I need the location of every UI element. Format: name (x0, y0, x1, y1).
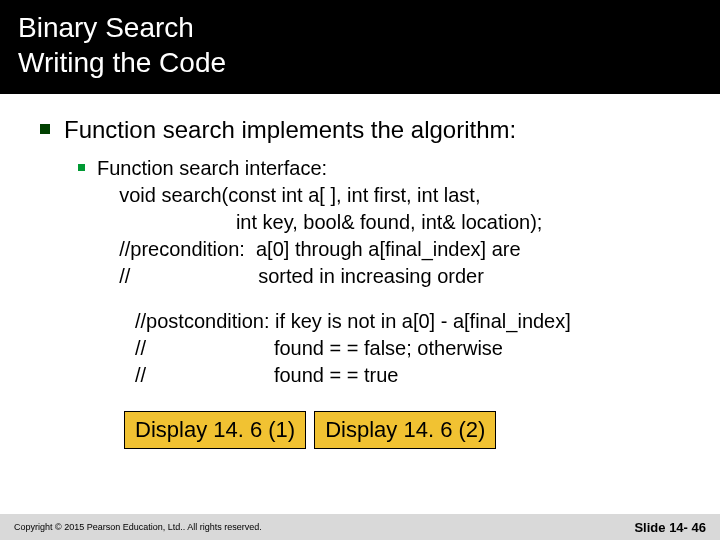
copyright-text: Copyright © 2015 Pearson Education, Ltd.… (14, 522, 262, 532)
content-area: Function search implements the algorithm… (0, 94, 720, 449)
sub-bullet-icon (78, 164, 85, 171)
main-bullet-text: Function search implements the algorithm… (64, 114, 516, 145)
display-button-1[interactable]: Display 14. 6 (1) (124, 411, 306, 449)
title-line-1: Binary Search (18, 10, 702, 45)
sub-bullet-row: Function search interface: void search(c… (78, 155, 680, 290)
postcondition-text: //postcondition: if key is not in a[0] -… (135, 308, 680, 389)
sub-bullet-block: Function search interface: void search(c… (78, 155, 680, 389)
bullet-icon (40, 124, 50, 134)
display-button-2[interactable]: Display 14. 6 (2) (314, 411, 496, 449)
footer-bar: Copyright © 2015 Pearson Education, Ltd.… (0, 514, 720, 540)
sub-bullet-text: Function search interface: void search(c… (97, 155, 542, 290)
slide-number: Slide 14- 46 (634, 520, 706, 535)
title-bar: Binary Search Writing the Code (0, 0, 720, 94)
display-buttons-row: Display 14. 6 (1) Display 14. 6 (2) (124, 411, 680, 449)
main-bullet-row: Function search implements the algorithm… (40, 114, 680, 145)
title-line-2: Writing the Code (18, 45, 702, 80)
